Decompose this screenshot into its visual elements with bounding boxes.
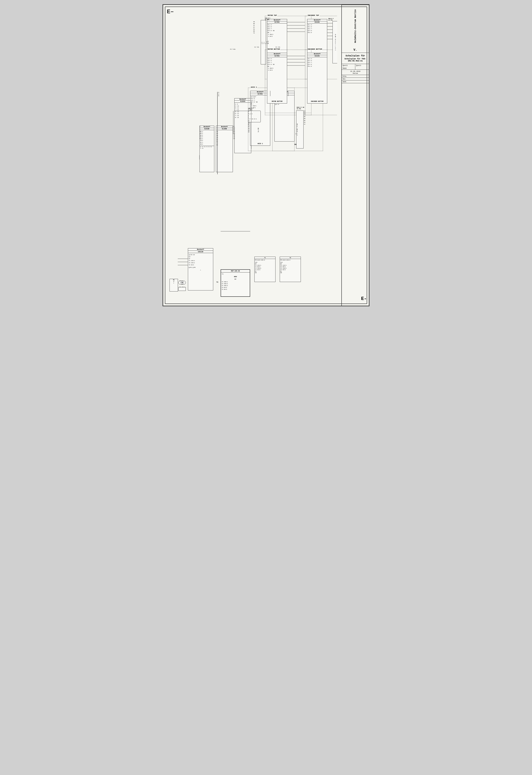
a1p-2: 2 — [248, 111, 250, 113]
n92: 2○ — [199, 127, 201, 129]
el1808-pins: 1○ 2○ 3○ 4○ 5○ 6○ 7○ 8○ — [216, 130, 233, 147]
f3-label: F3 72A — [275, 46, 280, 48]
a1p-3: 3 — [248, 116, 250, 118]
bus-voltage: 24V 0V — [218, 92, 220, 96]
cx5130-pin-24v: 24V 0V — [189, 254, 212, 255]
encoder-bottom-text: ENCODER BOTTOM — [311, 101, 323, 102]
el1808-p2: 2○ — [217, 133, 232, 134]
mtw3: VT — [253, 25, 255, 27]
subd-motor-top-right-connector: 1 3 5 7 | 4 5 9 10 | BN YE — [333, 21, 337, 63]
subd-axis1-label: SUB-D F — [248, 108, 265, 109]
er6: BU — [304, 120, 305, 122]
subd-motor-top-pins-text: 1 3 5 7 | 4 5 9 10 | BN YE — [335, 34, 336, 50]
rsp-0v: 0V — [222, 278, 249, 280]
t1-on: ON — [255, 272, 275, 273]
rsp-connections: T3 48V/1 T3 48V/2 T3 48V/3 T3 0V/2 T3 0V… — [222, 281, 249, 290]
mtw2: WH — [253, 23, 255, 25]
t2-pm-label: PM-0124-040-0 — [280, 259, 301, 261]
el9189-pin-numbers: 1○ 2○ 3○ 4○ 5○ 6○ 7○ 8○ — [199, 126, 201, 140]
mtw6: BN — [253, 30, 255, 32]
el7041-bot-bk: BK → — [268, 66, 286, 67]
el7041-bot-p2: 2 6' — [268, 60, 286, 61]
el5101-bot-maker: Beckhoff — [307, 53, 327, 55]
el1808-p4: 4○ — [217, 137, 232, 138]
n94: 4○ — [199, 131, 201, 133]
er5: RD — [304, 118, 305, 120]
t1-24v: 24V — [255, 262, 275, 263]
axis1-label: AXIS 1 — [250, 86, 257, 88]
subd-enc1-hd-pins: 2 3 | GN BN | YE WH — [296, 111, 299, 148]
switch-s1-symbol — [178, 281, 186, 284]
schaltplan-label: Schaltplan für — [343, 54, 367, 57]
fuse-f1-symbol — [178, 287, 186, 291]
subd-axis1-wire-colors: YE GN BK RD WH BU — [248, 123, 265, 133]
el5101-bot-model: EL5101 — [307, 55, 327, 57]
cx5130-box: Beckhoff CX5130 24V 0V + - T1 24V/1 T2 2… — [188, 248, 213, 290]
rsp-0v-2: T3 0V/3 — [222, 289, 249, 290]
el1808-pin-numbers-right: ○9 ○10 ○11 ○12 ○13 ○14 ○15 ○16 — [233, 126, 235, 140]
t1-0v: 0V — [255, 263, 275, 265]
a1p-13: 13 — [248, 120, 250, 122]
gedn-row: Gedn. — [342, 80, 369, 83]
rsp320-label: RSP-320-48 — [221, 270, 250, 272]
cx5130-t2-label: T2 24V/1 — [189, 262, 212, 264]
el7041-bot-p1: 1 5' — [268, 58, 286, 60]
el7041-top-p4: 4 8' RD — [268, 30, 286, 31]
el9189-pins: 1○ 2○ 3○ 4○ 5○ 6○ 7○ 8○ — [200, 130, 214, 146]
gez-row: Gez. — [342, 78, 369, 80]
el7041-bot-0v: ↑3 0V/3 — [268, 69, 286, 71]
cx5130-t1-label: T1 24V/1 — [189, 260, 212, 261]
el5101-top-p4: 4 8' — [308, 30, 327, 31]
persons-section: Entw. Gez. Gedn. — [342, 75, 369, 83]
cx5130-model: CX5130 — [188, 251, 213, 253]
switch-circle — [181, 281, 184, 284]
enc-bot-p4: 4 8' — [308, 64, 327, 65]
el7041-bot-voltage: ↑3 48V/3 — [268, 68, 286, 69]
n1: 1○ 2○ 3○ 4○ 5○ 6○ 7○ 8○ — [200, 146, 214, 149]
er2: BN — [304, 112, 305, 114]
organization-label: Helmholtz-Zentrum Berlin — [342, 5, 369, 47]
el7041-top-p1: 1 5' — [268, 24, 286, 26]
pe-ground-symbol: ⏚ — [189, 269, 212, 271]
el5101-top-p5: 6 8' — [308, 32, 327, 33]
l-label: L — [170, 282, 178, 284]
el1808-p8: 8○ — [217, 144, 232, 146]
date-section: 15.05.2019 Datum — [342, 70, 369, 75]
cx5130-t3-label: T2 0V/1 — [189, 264, 212, 266]
t2-0v2: T2 0V/2 — [280, 269, 300, 270]
a1p-8: 8 — [248, 124, 250, 126]
el9189-p4: 4○ — [200, 136, 214, 138]
el5101-top-pins: 1 5' 2 6' 3 7' 4 8' 6 8' — [307, 23, 327, 34]
motor-top-wires: GN WH VT GY PK BN YE — [253, 21, 255, 34]
pin-circle — [189, 258, 190, 259]
n181: ○9 — [233, 126, 235, 127]
t2-24v: 24V — [280, 262, 300, 263]
er8: GY — [304, 124, 305, 125]
el9189-p3: 3○ — [200, 134, 214, 136]
l-label: L — [223, 273, 224, 275]
rsp-nl: N L — [222, 273, 249, 275]
rsp-t3-3: T3 48V/3 — [222, 285, 249, 286]
n-label: N — [170, 281, 178, 282]
a1p-4: 4 — [248, 115, 250, 117]
rsp-t3: T3 48V/1 — [222, 281, 249, 283]
a1p-1: 1 — [248, 113, 250, 115]
axis1-wh: WH — [248, 129, 265, 131]
pin-minus-label: - — [190, 258, 191, 259]
el9189-p6: 6○ — [200, 140, 214, 141]
axis1-bk: BK — [248, 126, 265, 128]
subd-axis1-connector: 1 2 4 3 7 13 14 8 — [248, 111, 261, 122]
t1-label: T1 — [255, 257, 275, 259]
el9189-p8: 8○ — [200, 143, 214, 145]
cx5130-pins: 24V 0V + - T1 24V/1 T2 24V/1 T2 0V/1 PE — [188, 253, 213, 271]
t1-24v1: T1 24V/1 — [255, 265, 275, 266]
el1808-p1: 1○ — [217, 131, 232, 132]
t2-on: ON — [280, 272, 300, 273]
er7: PK — [304, 122, 305, 124]
quoll-label1: Quoll — [342, 64, 355, 67]
mtw4: GY — [253, 27, 255, 29]
el7041-bottom-box: Beckhoff EL7041 1 5' 2 6' 3 7' 4 8' RD B… — [267, 53, 287, 103]
t2-label: T2 — [280, 257, 301, 259]
cx5130-pin-pe1: PE PE — [189, 267, 212, 268]
er3: YE — [304, 114, 305, 116]
